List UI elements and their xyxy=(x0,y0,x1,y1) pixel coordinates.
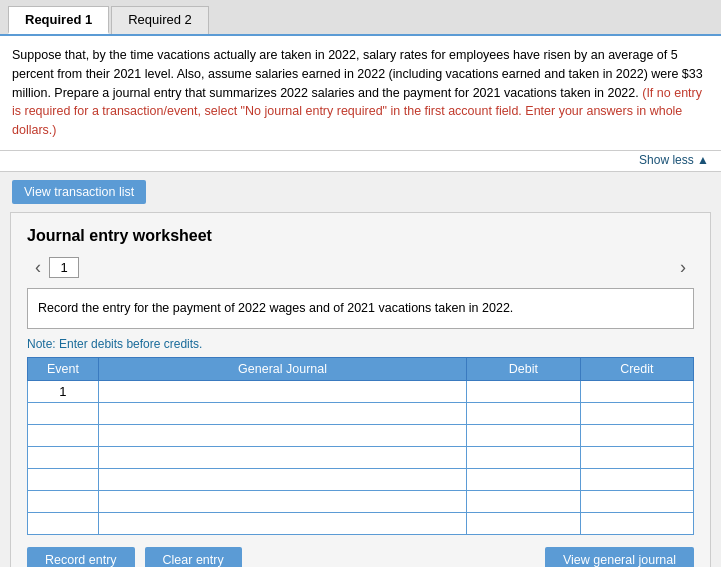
debit-cell[interactable] xyxy=(467,512,580,534)
debit-cell[interactable] xyxy=(467,424,580,446)
credit-input[interactable] xyxy=(585,451,689,465)
credit-input[interactable] xyxy=(585,385,689,399)
credit-cell[interactable] xyxy=(580,424,693,446)
credit-input[interactable] xyxy=(585,495,689,509)
debit-input[interactable] xyxy=(471,495,575,509)
event-cell xyxy=(28,468,99,490)
debit-input[interactable] xyxy=(471,451,575,465)
table-row xyxy=(28,468,694,490)
credit-cell[interactable] xyxy=(580,380,693,402)
bottom-buttons: Record entry Clear entry View general jo… xyxy=(27,547,694,568)
record-entry-button[interactable]: Record entry xyxy=(27,547,135,568)
general-journal-cell[interactable] xyxy=(98,424,466,446)
debit-input[interactable] xyxy=(471,385,575,399)
debit-cell[interactable] xyxy=(467,402,580,424)
general-journal-input[interactable] xyxy=(103,385,462,399)
page-number-box: 1 xyxy=(49,257,79,278)
instructions-normal-text: Suppose that, by the time vacations actu… xyxy=(12,48,703,100)
debit-input[interactable] xyxy=(471,407,575,421)
clear-entry-button[interactable]: Clear entry xyxy=(145,547,242,568)
debit-cell[interactable] xyxy=(467,490,580,512)
event-cell xyxy=(28,424,99,446)
credit-cell[interactable] xyxy=(580,402,693,424)
debit-cell[interactable] xyxy=(467,446,580,468)
col-header-credit: Credit xyxy=(580,357,693,380)
general-journal-input[interactable] xyxy=(103,473,462,487)
show-less-link[interactable]: Show less ▲ xyxy=(639,153,709,167)
general-journal-cell[interactable] xyxy=(98,490,466,512)
general-journal-input[interactable] xyxy=(103,495,462,509)
view-general-journal-button[interactable]: View general journal xyxy=(545,547,694,568)
table-row: 1 xyxy=(28,380,694,402)
general-journal-input[interactable] xyxy=(103,517,462,531)
col-header-debit: Debit xyxy=(467,357,580,380)
show-less-bar: Show less ▲ xyxy=(0,151,721,172)
general-journal-cell[interactable] xyxy=(98,380,466,402)
tab-required-2[interactable]: Required 2 xyxy=(111,6,209,34)
worksheet-container: Journal entry worksheet ‹ 1 › Record the… xyxy=(10,212,711,567)
nav-left-arrow[interactable]: ‹ xyxy=(27,257,49,278)
general-journal-cell[interactable] xyxy=(98,402,466,424)
debit-input[interactable] xyxy=(471,517,575,531)
credit-cell[interactable] xyxy=(580,468,693,490)
debit-input[interactable] xyxy=(471,429,575,443)
view-transaction-bar: View transaction list xyxy=(0,172,721,212)
journal-table: Event General Journal Debit Credit 1 xyxy=(27,357,694,535)
nav-row: ‹ 1 › xyxy=(27,257,694,278)
event-cell xyxy=(28,512,99,534)
event-cell xyxy=(28,446,99,468)
event-cell xyxy=(28,402,99,424)
col-header-event: Event xyxy=(28,357,99,380)
event-cell xyxy=(28,490,99,512)
event-cell: 1 xyxy=(28,380,99,402)
general-journal-cell[interactable] xyxy=(98,446,466,468)
credit-input[interactable] xyxy=(585,407,689,421)
note-text: Note: Enter debits before credits. xyxy=(27,337,694,351)
debit-cell[interactable] xyxy=(467,468,580,490)
general-journal-input[interactable] xyxy=(103,451,462,465)
general-journal-cell[interactable] xyxy=(98,512,466,534)
table-row xyxy=(28,490,694,512)
view-transaction-button[interactable]: View transaction list xyxy=(12,180,146,204)
credit-cell[interactable] xyxy=(580,446,693,468)
tab-required-1[interactable]: Required 1 xyxy=(8,6,109,34)
nav-right-arrow[interactable]: › xyxy=(672,257,694,278)
instructions-panel: Suppose that, by the time vacations actu… xyxy=(0,36,721,151)
credit-cell[interactable] xyxy=(580,490,693,512)
tabs-bar: Required 1 Required 2 xyxy=(0,0,721,36)
credit-input[interactable] xyxy=(585,473,689,487)
debit-input[interactable] xyxy=(471,473,575,487)
credit-cell[interactable] xyxy=(580,512,693,534)
table-row xyxy=(28,512,694,534)
general-journal-input[interactable] xyxy=(103,429,462,443)
col-header-general-journal: General Journal xyxy=(98,357,466,380)
general-journal-input[interactable] xyxy=(103,407,462,421)
worksheet-title: Journal entry worksheet xyxy=(27,227,694,245)
credit-input[interactable] xyxy=(585,429,689,443)
table-row xyxy=(28,402,694,424)
credit-input[interactable] xyxy=(585,517,689,531)
debit-cell[interactable] xyxy=(467,380,580,402)
description-box: Record the entry for the payment of 2022… xyxy=(27,288,694,329)
table-row xyxy=(28,446,694,468)
general-journal-cell[interactable] xyxy=(98,468,466,490)
table-row xyxy=(28,424,694,446)
